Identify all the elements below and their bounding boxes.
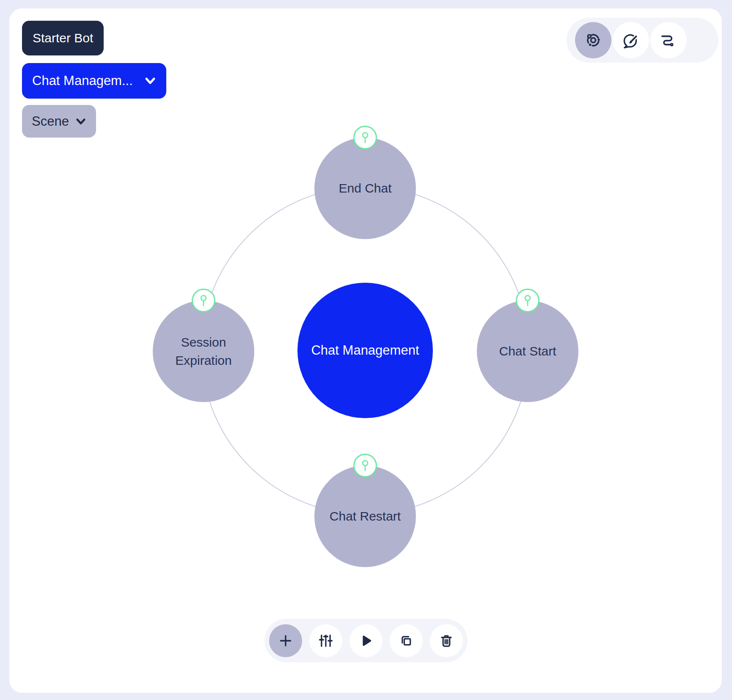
pin-badge-chat-restart[interactable] bbox=[353, 454, 377, 477]
chat-edit-view-button[interactable] bbox=[613, 22, 649, 58]
pin-icon bbox=[518, 291, 537, 310]
play-button[interactable] bbox=[349, 624, 383, 657]
pin-icon bbox=[356, 128, 374, 147]
plus-icon bbox=[275, 631, 296, 651]
node-session-expiration[interactable]: Session Expiration bbox=[153, 300, 254, 402]
sliders-icon bbox=[316, 631, 336, 650]
orbit-icon bbox=[582, 29, 604, 51]
flow-canvas: Starter Bot Chat Managem... Scene bbox=[9, 8, 722, 693]
bot-name-button[interactable]: Starter Bot bbox=[22, 21, 104, 55]
view-switcher bbox=[567, 18, 718, 63]
node-chat-start[interactable]: Chat Start bbox=[477, 300, 578, 402]
flow-view-button[interactable] bbox=[650, 22, 687, 58]
duplicate-button[interactable] bbox=[390, 624, 423, 657]
flow-icon bbox=[658, 29, 680, 51]
node-label: End Chat bbox=[325, 179, 405, 198]
hub-node-chat-management[interactable]: Chat Management bbox=[297, 283, 433, 418]
hub-node-label: Chat Management bbox=[311, 343, 419, 358]
node-label: Chat Start bbox=[487, 342, 568, 361]
scene-select-dropdown[interactable]: Scene bbox=[22, 105, 96, 138]
node-end-chat[interactable]: End Chat bbox=[314, 138, 416, 239]
chevron-down-icon bbox=[75, 116, 86, 127]
flow-select-label: Chat Managem... bbox=[32, 73, 133, 88]
pin-badge-session-expiration[interactable] bbox=[192, 289, 215, 312]
flow-select-dropdown[interactable]: Chat Managem... bbox=[22, 63, 166, 99]
delete-button[interactable] bbox=[430, 624, 463, 657]
pin-badge-end-chat[interactable] bbox=[353, 126, 377, 149]
node-chat-restart[interactable]: Chat Restart bbox=[314, 466, 416, 567]
pin-badge-chat-start[interactable] bbox=[516, 289, 539, 312]
scene-view-button[interactable] bbox=[575, 22, 611, 58]
play-icon bbox=[356, 631, 376, 650]
duplicate-icon bbox=[396, 631, 416, 650]
chevron-down-icon bbox=[144, 75, 156, 87]
pin-icon bbox=[356, 456, 374, 475]
pin-icon bbox=[194, 291, 213, 310]
action-bar bbox=[264, 619, 468, 662]
add-button[interactable] bbox=[269, 624, 302, 657]
scene-select-label: Scene bbox=[32, 114, 69, 129]
bot-name-label: Starter Bot bbox=[33, 31, 93, 45]
chat-edit-icon bbox=[620, 29, 642, 51]
adjust-button[interactable] bbox=[309, 624, 342, 657]
node-label: Session Expiration bbox=[163, 333, 244, 370]
trash-icon bbox=[437, 631, 456, 650]
node-label: Chat Restart bbox=[325, 507, 405, 526]
